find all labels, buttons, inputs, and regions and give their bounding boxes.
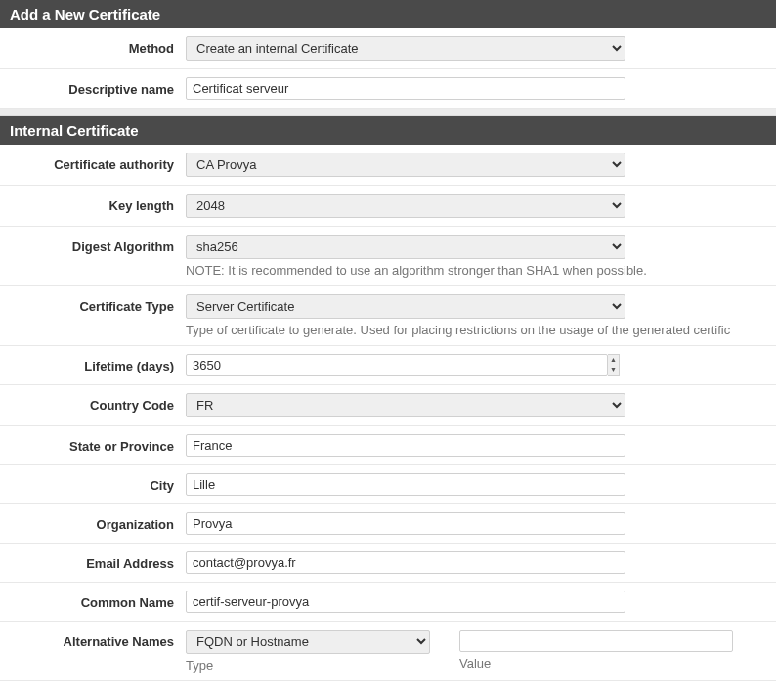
altnames-type-select[interactable]: FQDN or Hostname [186, 630, 430, 654]
row-state: State or Province [0, 426, 776, 465]
lifetime-step-up-icon[interactable]: ▲ [608, 355, 619, 365]
row-cn: Common Name [0, 583, 776, 622]
method-select[interactable]: Create an internal Certificate [186, 36, 625, 61]
keylen-select[interactable]: 2048 [186, 194, 625, 218]
row-org: Organization [0, 504, 776, 544]
lifetime-step-down-icon[interactable]: ▼ [608, 365, 619, 374]
row-digest: Digest Algorithm sha256 NOTE: It is reco… [0, 227, 776, 286]
country-select[interactable]: FR [186, 393, 625, 417]
email-input[interactable] [186, 551, 625, 574]
digest-select[interactable]: sha256 [186, 235, 625, 259]
row-lifetime: Lifetime (days) ▲ ▼ [0, 346, 776, 385]
label-state: State or Province [0, 434, 186, 454]
label-ca: Certificate authority [0, 153, 186, 172]
row-descriptive-name: Descriptive name [0, 69, 776, 109]
lifetime-spinner: ▲ ▼ [608, 354, 620, 376]
row-certtype: Certificate Type Server Certificate Type… [0, 286, 776, 346]
label-country: Country Code [0, 393, 186, 413]
cn-input[interactable] [186, 591, 625, 613]
label-altnames: Alternative Names [0, 630, 186, 649]
state-input[interactable] [186, 434, 625, 457]
row-method: Method Create an internal Certificate [0, 28, 776, 69]
label-certtype: Certificate Type [0, 294, 186, 314]
certtype-help: Type of certificate to generate. Used fo… [186, 323, 756, 337]
city-input[interactable] [186, 473, 625, 496]
altnames-value-input[interactable] [459, 630, 733, 652]
label-org: Organization [0, 512, 186, 532]
label-digest: Digest Algorithm [0, 235, 186, 254]
panel-header-internal-cert: Internal Certificate [0, 116, 776, 145]
row-keylen: Key length 2048 [0, 186, 776, 227]
ca-select[interactable]: CA Provya [186, 153, 625, 177]
row-country: Country Code FR [0, 385, 776, 426]
label-email: Email Address [0, 551, 186, 571]
lifetime-input[interactable] [186, 354, 608, 376]
row-altnames: Alternative Names FQDN or Hostname Type … [0, 622, 776, 681]
row-email: Email Address [0, 544, 776, 583]
row-ca: Certificate authority CA Provya [0, 145, 776, 186]
altnames-type-help: Type [186, 658, 430, 673]
label-city: City [0, 473, 186, 493]
altnames-value-help: Value [459, 656, 733, 671]
digest-help: NOTE: It is recommended to use an algori… [186, 263, 756, 278]
row-city: City [0, 465, 776, 504]
panel-header-add-cert: Add a New Certificate [0, 0, 776, 28]
certtype-select[interactable]: Server Certificate [186, 294, 625, 319]
panel-gap [0, 109, 776, 116]
org-input[interactable] [186, 512, 625, 535]
label-method: Method [0, 36, 186, 56]
label-descriptive-name: Descriptive name [0, 77, 186, 97]
label-keylen: Key length [0, 194, 186, 213]
descriptive-name-input[interactable] [186, 77, 625, 100]
label-lifetime: Lifetime (days) [0, 354, 186, 373]
label-cn: Common Name [0, 591, 186, 610]
